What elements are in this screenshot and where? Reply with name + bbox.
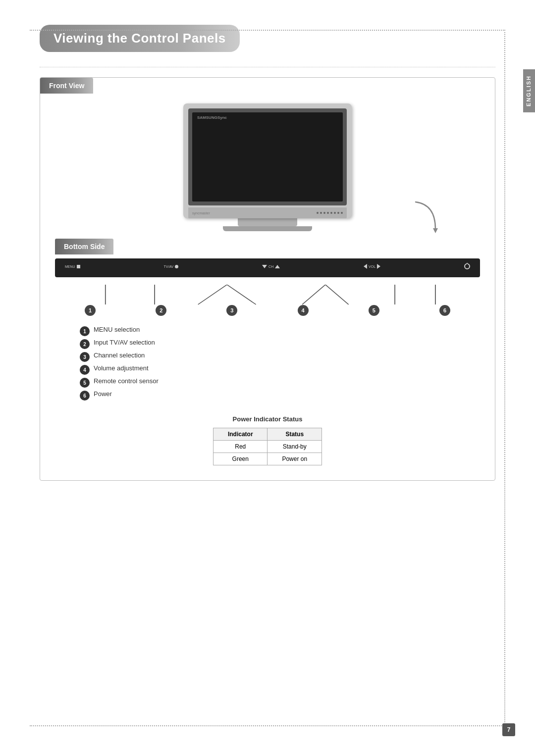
status-standby: Stand-by [268,441,322,453]
connector-svg [65,285,470,307]
table-row: Red Stand-by [214,441,322,453]
power-indicator-title: Power Indicator Status [233,415,303,423]
tv-bottom-bar: syncmaster [188,207,347,218]
feature-num-5: 5 [80,378,90,388]
tv-logo: syncmaster [192,211,210,215]
feature-num-2: 2 [80,339,90,349]
dotted-bottom-border [30,725,505,726]
tvav-circle-icon [175,265,178,268]
svg-line-5 [302,285,325,304]
menu-control: MENU [65,265,80,268]
feature-item-6: 6 Power [80,390,480,401]
tv-outer-frame: SAMSUNGSync syncmaster [183,103,352,218]
section-content: SAMSUNGSync syncmaster [40,94,495,480]
indicator-header: Indicator [214,428,268,441]
panel-controls-row: MENU TV/AV [65,263,470,269]
status-poweron: Power on [268,453,322,465]
svg-line-6 [325,285,349,304]
tv-controls-row [317,212,343,214]
vol-right-icon [377,264,380,269]
feature-item-5: 5 Remote control sensor [80,377,480,388]
feature-item-3: 3 Channel selection [80,352,480,362]
feature-list: 1 MENU selection 2 Input TV/AV selection… [75,326,480,401]
num-badge-3: 3 [226,305,237,316]
tv-brand: SAMSUNGSync [197,115,227,120]
feature-item-4: 4 Volume adjustment [80,364,480,375]
table-header-row: Indicator Status [214,428,322,441]
ch-down-icon [262,265,267,268]
bottom-side-wrapper: Bottom Side [55,239,480,254]
ch-label: CH [262,265,280,268]
dotted-top-border [30,30,505,31]
tv-base [223,226,312,231]
page-title-banner: Viewing the Control Panels [40,25,240,52]
feature-num-3: 3 [80,352,90,362]
num-badge-1: 1 [85,305,96,316]
feature-item-2: 2 Input TV/AV selection [80,339,480,349]
power-control [464,263,470,269]
feature-item-1: 1 MENU selection [80,326,480,336]
tv-screen: SAMSUNGSync [192,112,343,202]
ch-control: CH [262,265,280,268]
num-badge-2: 2 [156,305,166,316]
front-view-header: Front View [40,78,93,94]
tv-control-dot [330,212,332,214]
ch-up-icon [275,265,280,268]
page-number: 7 [502,723,515,736]
feature-num-4: 4 [80,365,90,375]
indicator-red: Red [214,441,268,453]
tv-control-dot [337,212,339,214]
title-separator [40,67,495,67]
tv-control-dot [323,212,325,214]
indicator-table: Indicator Status Red Stand-by Green Powe… [213,428,322,465]
tv-control-dot [327,212,329,214]
table-row: Green Power on [214,453,322,465]
indicator-green: Green [214,453,268,465]
main-content: Viewing the Control Panels Front View SA… [40,25,495,481]
power-icon [464,263,470,269]
bottom-control-panel: MENU TV/AV [55,258,480,277]
status-header: Status [268,428,322,441]
vol-label: VOL [364,264,380,269]
feature-num-1: 1 [80,326,90,336]
curved-arrow [411,200,440,236]
tv-bezel: SAMSUNGSync [188,108,347,205]
tv-control-dot [341,212,343,214]
menu-square-icon [77,265,80,268]
svg-marker-0 [433,228,438,233]
num-badge-5: 5 [369,305,379,316]
svg-line-3 [198,285,227,304]
tvav-control: TV/AV [164,265,179,268]
num-badge-6: 6 [439,305,450,316]
tv-control-dot [334,212,336,214]
feature-num-6: 6 [80,391,90,401]
feature-list-container: 1 MENU selection 2 Input TV/AV selection… [75,326,480,401]
svg-line-4 [227,285,256,304]
tv-illustration: SAMSUNGSync syncmaster [55,103,480,231]
tv-control-dot [320,212,322,214]
num-badge-4: 4 [298,305,309,316]
power-indicator-section: Power Indicator Status Indicator Status … [55,415,480,465]
tv-control-dot [317,212,319,214]
page-title: Viewing the Control Panels [54,31,226,46]
language-tab: ENGLISH [523,69,535,112]
tv-stand [238,218,297,226]
menu-label: MENU [65,265,80,268]
vol-control: VOL [364,264,380,269]
bottom-side-header: Bottom Side [55,239,113,254]
tvav-label: TV/AV [164,265,179,268]
connector-lines-area: 1 2 3 4 5 6 [55,285,480,316]
vol-left-icon [364,264,367,269]
main-section-card: Front View SAMSUNGSync syncmaster [40,77,495,481]
dotted-right-border [504,30,505,726]
